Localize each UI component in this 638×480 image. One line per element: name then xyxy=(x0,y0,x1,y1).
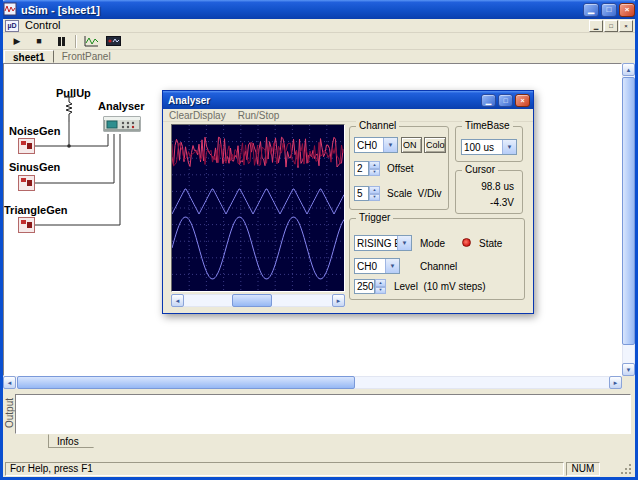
scroll-left-button[interactable]: ◄ xyxy=(3,376,16,389)
maximize-button[interactable]: □ xyxy=(601,3,617,17)
channel-select-value: CH0 xyxy=(355,140,383,151)
spin-down-icon[interactable]: ▼ xyxy=(369,169,380,177)
scale-spinner[interactable]: 5 ▲▼ xyxy=(354,186,380,201)
chevron-down-icon[interactable]: ▼ xyxy=(383,138,397,152)
canvas-hscrollbar[interactable]: ◄ ► xyxy=(3,376,622,389)
instrument-icon xyxy=(106,35,121,47)
chevron-down-icon[interactable]: ▼ xyxy=(397,236,411,250)
play-icon: ▶ xyxy=(14,37,21,46)
spin-up-icon[interactable]: ▲ xyxy=(369,161,380,169)
mdi-minimize-button[interactable]: ▁ xyxy=(589,20,603,32)
trigger-mode-select[interactable]: RISING E ▼ xyxy=(354,235,412,251)
tab-sheet1[interactable]: sheet1 xyxy=(4,50,54,63)
pause-icon xyxy=(58,37,65,46)
menubar: µD Control ▁ □ × xyxy=(3,19,635,33)
frontpanel-editor-button[interactable] xyxy=(80,33,102,49)
hscroll-thumb[interactable] xyxy=(17,376,355,389)
output-pane: Output Infos xyxy=(3,392,635,452)
sheet-window-icon: µD xyxy=(5,20,19,32)
trigger-channel-label: Channel xyxy=(420,261,457,272)
status-help: For Help, press F1 xyxy=(5,462,564,476)
timebase-select[interactable]: 100 us ▼ xyxy=(461,139,517,155)
chevron-down-icon[interactable]: ▼ xyxy=(502,140,516,154)
scope-scroll-left-button[interactable]: ◄ xyxy=(171,294,184,307)
instruments-button[interactable] xyxy=(102,33,124,49)
offset-spinner[interactable]: 2 ▲▼ xyxy=(354,161,380,176)
cursor-voltage-value: -4.3V xyxy=(490,197,514,208)
noisegen-component[interactable] xyxy=(18,138,35,154)
status-spacer xyxy=(602,462,618,476)
scroll-up-button[interactable]: ▲ xyxy=(622,63,635,76)
component-label-noisegen: NoiseGen xyxy=(9,125,60,137)
trigger-level-spinner[interactable]: 250 ▲▼ xyxy=(354,279,386,294)
trigger-channel-select[interactable]: CH0 ▼ xyxy=(354,258,400,274)
timebase-group-legend: TimeBase xyxy=(462,120,513,131)
spin-up-icon[interactable]: ▲ xyxy=(375,279,386,287)
cursor-time-value: 98.8 us xyxy=(481,181,514,192)
window-title: uSim - [sheet1] xyxy=(21,4,583,16)
scope-scrollbar[interactable]: ◄ ► xyxy=(171,294,345,307)
scope-scroll-right-button[interactable]: ► xyxy=(332,294,345,307)
schematic-canvas[interactable]: PullUp Analyser NoiseGen SinusGen xyxy=(3,63,622,376)
close-button[interactable]: × xyxy=(619,3,635,17)
spin-down-icon[interactable]: ▼ xyxy=(375,287,386,295)
trigger-state-led xyxy=(462,238,471,247)
scope-scroll-thumb[interactable] xyxy=(232,294,272,307)
output-pane-label: Output xyxy=(3,392,15,434)
scroll-right-button[interactable]: ► xyxy=(609,376,622,389)
tab-frontpanel[interactable]: FrontPanel xyxy=(54,50,119,63)
toolbar: ▶ ■ xyxy=(3,33,635,50)
timebase-select-value: 100 us xyxy=(462,142,502,153)
channel-group: Channel CH0 ▼ ON Color 2 ▲▼ Offset xyxy=(349,126,449,210)
analyser-component[interactable] xyxy=(103,114,141,134)
canvas-vscrollbar[interactable]: ▲ ▼ xyxy=(622,63,635,376)
menu-cleardisplay[interactable]: ClearDisplay xyxy=(163,110,232,121)
minimize-button[interactable]: ▁ xyxy=(583,3,599,17)
chevron-down-icon[interactable]: ▼ xyxy=(385,259,399,273)
spin-up-icon[interactable]: ▲ xyxy=(369,186,380,194)
vscroll-thumb[interactable] xyxy=(622,77,635,345)
scale-label: Scale V/Div xyxy=(387,188,441,199)
scale-value[interactable]: 5 xyxy=(354,186,369,201)
scope-canvas xyxy=(172,125,344,291)
scroll-down-button[interactable]: ▼ xyxy=(622,363,635,376)
titlebar[interactable]: uSim - [sheet1] ▁ □ × xyxy=(0,0,638,19)
mdi-close-button[interactable]: × xyxy=(619,20,633,32)
analyser-body: ◄ ► Channel CH0 ▼ ON Color xyxy=(163,122,533,313)
pause-button[interactable] xyxy=(50,33,72,49)
waveform-editor-icon xyxy=(83,35,99,48)
trigger-level-value[interactable]: 250 xyxy=(354,279,375,294)
resize-grip[interactable] xyxy=(620,463,633,476)
app-icon xyxy=(3,2,17,18)
statusbar: For Help, press F1 NUM xyxy=(3,461,635,477)
offset-label: Offset xyxy=(387,163,414,174)
analyser-window[interactable]: Analyser ▁ □ × ClearDisplay Run/Stop xyxy=(162,90,534,314)
trigger-group: Trigger RISING E ▼ Mode State CH0 ▼ Chan… xyxy=(349,218,525,300)
analyser-close-button[interactable]: × xyxy=(515,94,530,107)
pullup-component[interactable] xyxy=(61,96,77,123)
menu-control[interactable]: Control xyxy=(19,19,66,32)
tab-infos[interactable]: Infos xyxy=(48,434,94,448)
analyser-titlebar[interactable]: Analyser ▁ □ × xyxy=(163,91,533,109)
output-content[interactable] xyxy=(15,394,631,434)
analyser-maximize-button[interactable]: □ xyxy=(498,94,513,107)
component-label-analyser: Analyser xyxy=(98,100,144,112)
app-window: uSim - [sheet1] ▁ □ × µD Control ▁ □ × ▶… xyxy=(0,0,638,480)
channel-group-legend: Channel xyxy=(356,120,399,131)
spin-down-icon[interactable]: ▼ xyxy=(369,194,380,202)
scope-display[interactable] xyxy=(171,124,345,292)
timebase-group: TimeBase 100 us ▼ xyxy=(455,126,523,162)
offset-value[interactable]: 2 xyxy=(354,161,369,176)
run-button[interactable]: ▶ xyxy=(6,33,28,49)
trigger-state-label: State xyxy=(479,238,502,249)
menu-runstop[interactable]: Run/Stop xyxy=(232,110,286,121)
trianglegen-component[interactable] xyxy=(18,217,35,233)
trigger-level-label: Level (10 mV steps) xyxy=(394,281,486,292)
analyser-minimize-button[interactable]: ▁ xyxy=(481,94,496,107)
mdi-restore-button[interactable]: □ xyxy=(604,20,618,32)
channel-select[interactable]: CH0 ▼ xyxy=(354,137,398,153)
stop-button[interactable]: ■ xyxy=(28,33,50,49)
channel-on-button[interactable]: ON xyxy=(401,137,422,153)
sinusgen-component[interactable] xyxy=(18,175,35,191)
channel-color-button[interactable]: Color xyxy=(424,137,446,153)
